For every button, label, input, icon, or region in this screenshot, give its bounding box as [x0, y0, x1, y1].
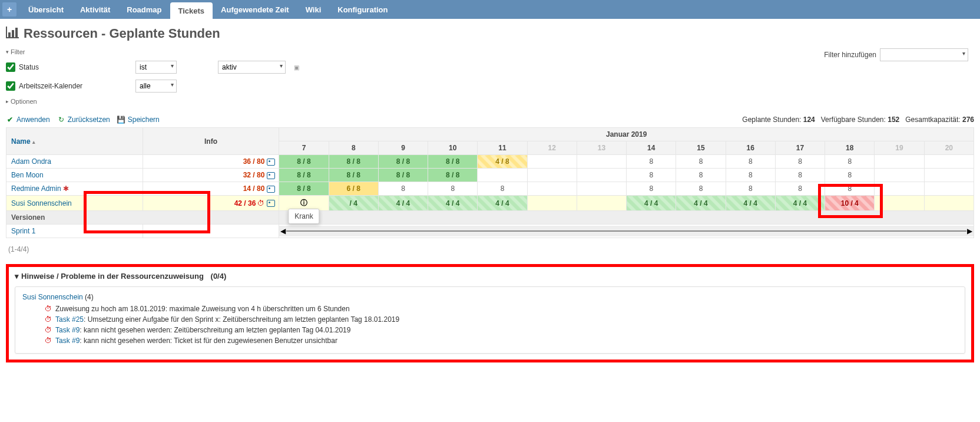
day-cell[interactable] [924, 155, 974, 169]
task-link[interactable]: Task #25 [55, 315, 84, 324]
user-link[interactable]: Adam Ondra [11, 157, 51, 166]
day-cell[interactable]: ⓘKrank [279, 196, 329, 211]
day-cell[interactable] [527, 169, 577, 182]
day-cell[interactable]: 8 / 8 [329, 169, 378, 182]
day-cell[interactable]: 8 [478, 182, 527, 196]
reset-link[interactable]: ↻Zurücksetzen [57, 116, 110, 124]
slider-left-icon[interactable]: ◀ [280, 227, 286, 235]
totals: Geplante Stunden: 124 Verfügbare Stunden… [742, 116, 974, 124]
filter-worktime-check[interactable]: Arbeitszeit-Kalender [6, 81, 130, 91]
tab-spent-time[interactable]: Aufgewendete Zeit [213, 0, 297, 19]
day-cell[interactable]: 8 [627, 169, 676, 182]
day-cell[interactable]: 8 / 8 [378, 169, 428, 182]
user-link[interactable]: Redmine Admin [11, 184, 61, 193]
new-item-button[interactable]: + [2, 2, 16, 17]
day-cell[interactable]: 4 / 4 [428, 196, 478, 211]
day-cell[interactable]: 8 [627, 182, 676, 196]
day-cell[interactable] [577, 182, 626, 196]
day-cell[interactable]: 4 / 4 [775, 196, 825, 211]
day-cell[interactable] [875, 196, 924, 211]
day-cell[interactable]: 8 [825, 155, 875, 169]
day-cell[interactable] [924, 169, 974, 182]
chevron-right-icon: ▸ [6, 98, 9, 104]
day-cell[interactable]: 8 [775, 155, 825, 169]
tab-tickets[interactable]: Tickets [170, 2, 213, 19]
day-cell[interactable]: 6 / 8 [329, 182, 378, 196]
toggle-multi-icon[interactable]: ▣ [294, 64, 299, 71]
add-filter-select[interactable] [880, 48, 968, 61]
name-cell: Redmine Admin✱ [6, 182, 143, 196]
vcard-icon[interactable] [267, 172, 275, 179]
sprint-link[interactable]: Sprint 1 [11, 227, 35, 235]
status-operator-select[interactable]: ist [135, 61, 177, 74]
vcard-icon[interactable] [267, 186, 275, 193]
day-cell[interactable]: 8 [726, 155, 775, 169]
day-cell[interactable]: 4 / 4 [726, 196, 775, 211]
day-cell[interactable]: 4 / 4 [378, 196, 428, 211]
day-cell[interactable]: 8 / 8 [279, 182, 329, 196]
options-section-toggle[interactable]: ▸ Optionen [6, 98, 974, 105]
day-cell[interactable]: 8 / 8 [378, 155, 428, 169]
day-cell[interactable]: 8 / 8 [279, 155, 329, 169]
day-cell[interactable] [527, 196, 577, 211]
day-cell[interactable] [527, 182, 577, 196]
day-cell[interactable]: 8 [775, 169, 825, 182]
day-cell[interactable]: 8 [775, 182, 825, 196]
day-cell[interactable]: 8 [676, 169, 726, 182]
timeline-slider[interactable]: ◀▶ [279, 226, 974, 236]
day-cell[interactable] [527, 155, 577, 169]
day-cell[interactable]: 8 / 8 [428, 155, 478, 169]
day-cell[interactable]: 4 / 4 [627, 196, 676, 211]
task-link[interactable]: Task #9 [55, 326, 80, 334]
day-cell[interactable]: 4 / 4 [478, 196, 527, 211]
task-link[interactable]: Task #9 [55, 337, 80, 345]
day-cell[interactable]: 8 / 8 [329, 155, 378, 169]
save-link[interactable]: 💾Speichern [117, 116, 160, 124]
day-cell[interactable]: 4 / 4 [676, 196, 726, 211]
day-cell[interactable] [924, 182, 974, 196]
header-name[interactable]: Name▴ [6, 128, 143, 155]
day-cell[interactable] [875, 182, 924, 196]
day-cell[interactable]: 8 [726, 169, 775, 182]
worktime-checkbox[interactable] [6, 81, 15, 91]
day-cell[interactable]: 8 [378, 182, 428, 196]
status-value-select[interactable]: aktiv [218, 61, 286, 74]
filter-status-check[interactable]: Status [6, 62, 130, 72]
day-cell[interactable]: 8 / 8 [428, 169, 478, 182]
day-cell[interactable]: 8 [825, 169, 875, 182]
user-link[interactable]: Susi Sonnenschein [11, 199, 72, 207]
day-cell[interactable] [875, 169, 924, 182]
day-cell[interactable]: 8 [726, 182, 775, 196]
day-cell[interactable]: 8 [428, 182, 478, 196]
day-cell[interactable]: / 4 [329, 196, 378, 211]
status-checkbox[interactable] [6, 62, 15, 72]
info-icon[interactable]: ⓘ [300, 199, 307, 207]
apply-link[interactable]: ✔Anwenden [6, 116, 50, 124]
day-cell[interactable]: 8 [825, 182, 875, 196]
day-cell[interactable]: 4 / 8 [478, 155, 527, 169]
problems-toggle[interactable]: ▾ Hinweise / Probleme in der Ressourcenz… [15, 272, 965, 281]
day-cell[interactable] [577, 169, 626, 182]
day-cell[interactable]: 10 / 4 [825, 196, 875, 211]
worktime-operator-select[interactable]: alle [135, 80, 177, 93]
vcard-icon[interactable] [267, 200, 275, 207]
day-cell[interactable] [577, 155, 626, 169]
tab-roadmap[interactable]: Roadmap [118, 0, 170, 19]
tab-wiki[interactable]: Wiki [297, 0, 330, 19]
day-cell[interactable] [478, 169, 527, 182]
tab-overview[interactable]: Übersicht [20, 0, 72, 19]
vcard-icon[interactable] [267, 159, 275, 166]
user-link[interactable]: Ben Moon [11, 171, 44, 179]
slider-right-icon[interactable]: ▶ [967, 227, 972, 235]
day-cell[interactable]: 8 / 8 [279, 169, 329, 182]
day-cell[interactable]: 8 [627, 155, 676, 169]
day-cell[interactable] [875, 155, 924, 169]
day-cell[interactable] [924, 196, 974, 211]
tab-activity[interactable]: Aktivität [72, 0, 118, 19]
header-day: 16 [726, 141, 775, 155]
tab-config[interactable]: Konfiguration [329, 0, 396, 19]
day-cell[interactable]: 8 [676, 155, 726, 169]
day-cell[interactable]: 8 [676, 182, 726, 196]
problem-user-link[interactable]: Susi Sonnenschein [22, 293, 83, 301]
day-cell[interactable] [577, 196, 626, 211]
